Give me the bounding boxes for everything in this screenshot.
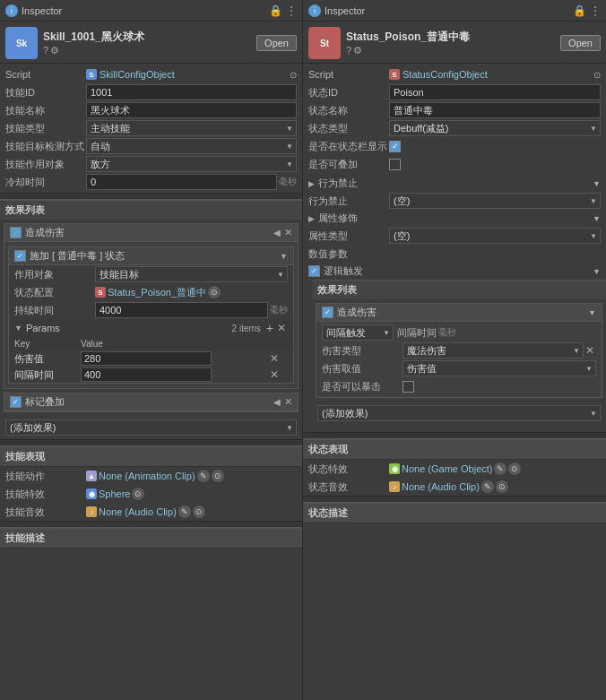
- right-attr-type-select[interactable]: (空): [389, 228, 601, 244]
- left-field-target-select[interactable]: 敌方: [86, 156, 297, 172]
- left-config-target-btn[interactable]: ⊙: [208, 286, 221, 298]
- lock-icon-right[interactable]: 🔒: [573, 4, 586, 17]
- right-panel-header: i Inspector 🔒 ⋮: [303, 0, 606, 22]
- right-behavior-select[interactable]: (空): [389, 193, 601, 209]
- right-behavior-header: ▶ 行为禁止 ▼: [303, 175, 606, 192]
- right-behavior-field: 行为禁止 (空): [303, 192, 606, 210]
- left-sphere-icon: ◉: [86, 488, 97, 499]
- right-audio-icon: ♪: [389, 481, 400, 492]
- right-interval-select-wrapper: 间隔触发: [322, 324, 394, 341]
- left-effect-list-header: 效果列表: [0, 200, 302, 220]
- right-damage-val-select[interactable]: 伤害值: [403, 360, 596, 376]
- more-icon-right[interactable]: ⋮: [590, 4, 601, 17]
- right-effect-target-btn[interactable]: ⊙: [508, 462, 521, 475]
- left-effect-2-arrow[interactable]: ◀: [273, 397, 281, 407]
- left-effect-2-close[interactable]: ✕: [284, 396, 292, 408]
- right-effect-list-header: 效果列表: [312, 280, 606, 299]
- left-config-actions: ⊙: [208, 286, 221, 298]
- left-desc-area[interactable]: [0, 549, 302, 593]
- left-perf-action: 技能动作 ▲ None (Animation Clip) ✎ ⊙: [0, 467, 302, 485]
- left-params-close[interactable]: ✕: [275, 322, 288, 334]
- left-field-detect-select[interactable]: 自动: [86, 138, 297, 154]
- left-field-name-input[interactable]: [86, 102, 297, 118]
- right-script-row: Script S StatusConfigObject ⊙: [303, 65, 606, 83]
- right-open-button[interactable]: Open: [560, 35, 601, 51]
- settings-icon-left[interactable]: ⚙: [50, 45, 59, 56]
- left-effect-1-arrow[interactable]: ◀: [273, 228, 281, 238]
- right-perf-audio-ref: ♪ None (Audio Clip) ✎ ⊙: [389, 480, 601, 493]
- left-effect-2-check[interactable]: ✓: [10, 396, 22, 408]
- right-object-header: St Status_Poison_普通中毒 ? ⚙ Open: [303, 22, 606, 64]
- right-effect-1-header: ✓ 造成伤害 ▼: [316, 304, 602, 322]
- left-perf-audio-ref: ♪ None (Audio Clip) ✎ ⊙: [86, 506, 297, 518]
- left-sub-effect-1-header: ✓ 施加 [ 普通中毒 ] 状态 ▼: [9, 247, 293, 265]
- left-panel-header: i Inspector 🔒 ⋮: [0, 0, 302, 22]
- left-clip-icon: ▲: [86, 471, 97, 481]
- right-field-name-input[interactable]: [389, 102, 601, 118]
- right-script-value: StatusConfigObject: [403, 69, 488, 80]
- settings-icon-right[interactable]: ⚙: [353, 45, 362, 56]
- right-audio-value: None (Audio Clip): [402, 481, 480, 492]
- right-damage-close[interactable]: ✕: [584, 344, 596, 357]
- right-effect-value: None (Game Object): [402, 463, 492, 474]
- right-effect-1-arrow[interactable]: ▼: [588, 308, 596, 317]
- right-effect-edit-btn[interactable]: ✎: [494, 462, 506, 475]
- left-effect-1-close[interactable]: ✕: [284, 227, 292, 238]
- left-params-table: Key Value 伤害值 ✕ 间隔时间: [9, 337, 293, 383]
- left-sub-duration-input[interactable]: [95, 302, 268, 318]
- left-params-add[interactable]: +: [264, 321, 275, 335]
- left-field-cd-input[interactable]: [86, 174, 277, 190]
- right-crit-checkbox[interactable]: [403, 381, 414, 393]
- right-damage-type-select[interactable]: 魔法伤害: [403, 342, 584, 359]
- more-icon-left[interactable]: ⋮: [286, 4, 297, 17]
- right-script-target[interactable]: ⊙: [593, 70, 601, 80]
- right-divider2: [303, 496, 606, 503]
- left-help-icons: ? ⚙: [43, 45, 256, 56]
- left-open-button[interactable]: Open: [256, 35, 297, 51]
- right-field-id: 状态ID: [303, 83, 606, 101]
- left-audio-edit-btn[interactable]: ✎: [178, 506, 191, 518]
- left-field-type-select[interactable]: 主动技能: [86, 120, 297, 136]
- right-field-type-select[interactable]: Debuff(减益): [389, 120, 601, 136]
- right-logic-check[interactable]: ✓: [308, 265, 320, 277]
- left-config-icon: S: [95, 287, 106, 298]
- question-icon-left[interactable]: ?: [43, 45, 48, 56]
- left-field-id-input[interactable]: [86, 84, 297, 100]
- left-divider3: [0, 521, 302, 528]
- right-audio-target-btn[interactable]: ⊙: [496, 480, 508, 493]
- left-effect-1-check[interactable]: ✓: [10, 227, 22, 238]
- left-field-target-wrapper: 敌方: [86, 156, 297, 172]
- left-param-del-1[interactable]: ✕: [268, 368, 281, 381]
- right-add-effect-select[interactable]: (添加效果): [317, 405, 601, 421]
- left-sub-field-duration: 持续时间 毫秒: [9, 301, 293, 319]
- question-icon-right[interactable]: ?: [346, 45, 351, 56]
- right-show-checkbox[interactable]: ✓: [389, 141, 401, 152]
- right-interval-select[interactable]: 间隔触发: [322, 324, 394, 341]
- left-field-detect-wrapper: 自动: [86, 138, 297, 154]
- right-desc-area[interactable]: [303, 523, 606, 568]
- right-field-id-input[interactable]: [389, 84, 601, 100]
- left-param-del-0[interactable]: ✕: [268, 352, 281, 365]
- left-action-target-btn[interactable]: ⊙: [212, 470, 224, 482]
- right-stack-checkbox[interactable]: [389, 159, 401, 170]
- left-add-effect-select[interactable]: (添加效果): [5, 419, 297, 436]
- right-script-icon: S: [389, 69, 400, 80]
- right-damage-type: 伤害类型 魔法伤害 ✕: [316, 341, 602, 359]
- left-script-target[interactable]: ⊙: [290, 70, 297, 80]
- left-sub-arrow[interactable]: ▼: [280, 252, 288, 261]
- left-sub-target-select[interactable]: 技能目标: [95, 266, 288, 282]
- left-params-key-header: Key: [9, 337, 75, 350]
- left-param-val-0[interactable]: [81, 351, 212, 366]
- left-effect-target-btn[interactable]: ⊙: [132, 488, 144, 500]
- left-action-edit-btn[interactable]: ✎: [197, 470, 210, 482]
- right-logic-effects: 效果列表 ✓ 造成伤害 ▼ 间隔触发 间隔时间 毫秒 伤害类型: [312, 280, 606, 425]
- right-audio-edit-btn[interactable]: ✎: [481, 480, 494, 493]
- right-effect-1-check[interactable]: ✓: [322, 307, 333, 318]
- left-param-val-1[interactable]: [81, 367, 212, 382]
- right-damage-value: 伤害取值 伤害值: [316, 359, 602, 377]
- right-panel-title: Inspector: [325, 5, 573, 16]
- lock-icon-left[interactable]: 🔒: [269, 4, 282, 17]
- left-audio-target-btn[interactable]: ⊙: [193, 506, 205, 518]
- left-field-id: 技能ID: [0, 83, 302, 101]
- left-sub-check[interactable]: ✓: [14, 250, 26, 262]
